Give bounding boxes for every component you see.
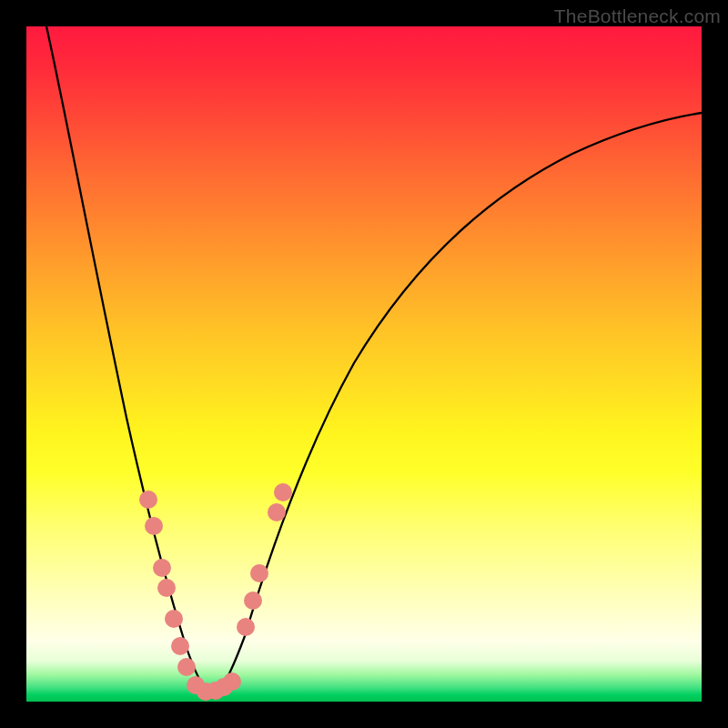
svg-point-6 — [177, 658, 196, 676]
chart-svg — [26, 26, 702, 702]
svg-point-16 — [274, 483, 292, 501]
svg-point-1 — [145, 517, 163, 535]
right-curve — [213, 113, 702, 697]
svg-point-11 — [223, 672, 241, 691]
svg-point-12 — [237, 618, 255, 636]
scatter-points — [139, 483, 292, 701]
watermark-text: TheBottleneck.com — [554, 5, 721, 27]
svg-point-4 — [165, 610, 183, 628]
svg-point-5 — [171, 637, 189, 655]
svg-point-13 — [244, 592, 262, 610]
chart-frame: TheBottleneck.com — [0, 0, 728, 728]
svg-point-2 — [153, 559, 171, 577]
plot-area — [26, 26, 702, 702]
left-curve — [46, 26, 213, 697]
svg-point-0 — [139, 490, 157, 509]
svg-point-14 — [250, 564, 268, 582]
svg-point-15 — [268, 503, 286, 521]
svg-point-3 — [157, 579, 176, 597]
